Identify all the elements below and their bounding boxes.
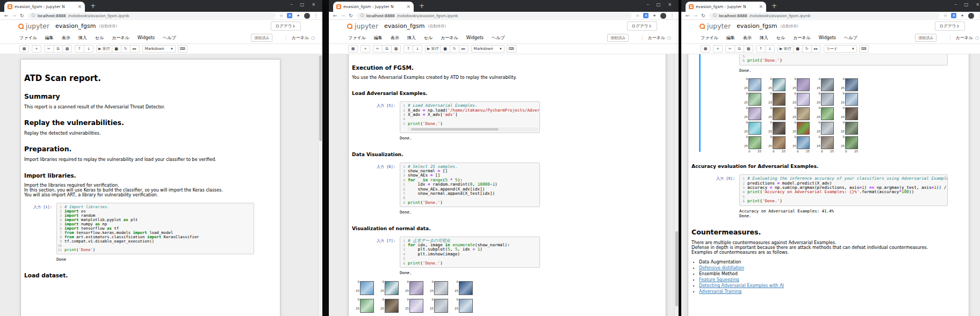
run-button[interactable]: ▶ 実行 — [425, 45, 441, 53]
translate-icon[interactable]: A — [287, 13, 292, 18]
copy-cell-button[interactable]: ⧉ — [53, 45, 63, 53]
jupyter-logo-text[interactable]: jupyter — [26, 23, 49, 30]
jupyter-logo-text[interactable]: jupyter — [355, 23, 378, 30]
menu-item[interactable]: カーネル — [441, 35, 458, 41]
stop-button[interactable]: ■ — [441, 45, 450, 53]
browser-tab[interactable]: evasion_fgsm - Jupyter N × — [4, 2, 85, 12]
menu-item[interactable]: Widgets — [466, 35, 484, 40]
address-bar[interactable]: ⓘ localhost:8888/notebooks/evasion_fgsm.… — [709, 13, 940, 19]
save-button[interactable]: ▦ — [701, 45, 710, 53]
back-icon[interactable]: ← — [333, 13, 337, 18]
celltype-dropdown[interactable]: コード ▾ — [824, 45, 857, 53]
code-editor[interactable]: 1# Select 25 samples.2show_normal = []3s… — [400, 163, 540, 208]
restart-run-all-button[interactable]: ▸▸ — [130, 45, 140, 53]
site-info-icon[interactable]: ⓘ — [361, 13, 364, 18]
copy-cell-button[interactable]: ⧉ — [382, 45, 392, 53]
move-up-button[interactable]: ↑ — [75, 45, 84, 53]
selected-cell[interactable]: 56print('Done.')Done.0250250250250250250… — [691, 54, 965, 153]
cut-cell-button[interactable]: ✂ — [373, 45, 383, 53]
menu-item[interactable]: 編集 — [45, 35, 54, 41]
notebook-title[interactable]: evasion_fgsm — [55, 23, 96, 30]
address-bar[interactable]: ⓘ localhost:8888/notebooks/evasion_fgsm.… — [357, 13, 632, 19]
trusted-badge[interactable]: 信頼済み — [915, 34, 936, 42]
browser-tab[interactable]: evasion_fgsm - Jupyter N × — [686, 2, 766, 12]
menu-item[interactable]: 表示 — [391, 35, 399, 41]
vertical-scrollbar[interactable] — [674, 54, 679, 316]
code-editor[interactable]: 1# Evaluating the inference accuracy of … — [739, 174, 948, 205]
tab-close-icon[interactable]: × — [406, 4, 410, 9]
menu-item[interactable]: ファイル — [701, 35, 718, 41]
logout-button[interactable]: ログアウト — [935, 21, 965, 31]
browser-menu-icon[interactable]: ⋮ — [670, 13, 675, 18]
minimize-icon[interactable]: – — [291, 3, 293, 7]
menu-item[interactable]: 編集 — [726, 35, 735, 41]
logout-button[interactable]: ログアウト — [627, 21, 657, 31]
markdown-link[interactable]: Feature Squeezing — [699, 277, 739, 282]
notebook-scroll-area[interactable]: Execution of FGSM.You use the Adversaria… — [329, 54, 679, 316]
browser-tab[interactable]: evasion_fgsm - Jupyter N × — [333, 2, 414, 12]
restart-kernel-button[interactable]: ↻ — [802, 45, 812, 53]
browser-menu-icon[interactable]: ⋮ — [978, 13, 980, 18]
maximize-icon[interactable]: □ — [300, 3, 305, 7]
copy-cell-button[interactable]: ⧉ — [734, 45, 744, 53]
close-icon[interactable]: × — [312, 3, 315, 7]
minimize-icon[interactable]: – — [955, 3, 957, 7]
add-cell-button[interactable]: + — [32, 45, 41, 53]
menu-item[interactable]: ヘルプ — [492, 35, 505, 41]
trusted-badge[interactable]: 信頼済み — [251, 34, 272, 42]
menu-item[interactable]: 挿入 — [407, 35, 416, 41]
close-icon[interactable]: × — [668, 3, 672, 7]
close-icon[interactable]: × — [976, 3, 979, 7]
celltype-dropdown[interactable]: Markdown ▾ — [142, 45, 176, 53]
stop-button[interactable]: ■ — [112, 45, 121, 53]
back-icon[interactable]: ← — [4, 13, 9, 18]
menu-item[interactable]: Widgets — [138, 35, 155, 40]
maximize-icon[interactable]: □ — [964, 3, 969, 7]
menu-item[interactable]: セル — [95, 35, 104, 41]
back-icon[interactable]: ← — [686, 13, 690, 18]
browser-menu-icon[interactable]: ⋮ — [314, 13, 319, 18]
restart-run-all-button[interactable]: ▸▸ — [811, 45, 821, 53]
restart-run-all-button[interactable]: ▸▸ — [459, 45, 469, 53]
scrollbar-thumb[interactable] — [319, 55, 322, 141]
move-up-button[interactable]: ↑ — [403, 45, 413, 53]
menu-item[interactable]: ヘルプ — [844, 35, 857, 41]
extension-pin-icon[interactable]: ✦ — [296, 13, 300, 18]
run-button[interactable]: ▶ 実行 — [96, 45, 112, 53]
jupyter-logo-icon[interactable] — [347, 24, 352, 29]
jupyter-logo-text[interactable]: jupyter — [707, 23, 731, 30]
menu-item[interactable]: ヘルプ — [163, 35, 176, 41]
tab-close-icon[interactable]: × — [77, 4, 82, 9]
menu-item[interactable]: 表示 — [62, 35, 70, 41]
address-bar[interactable]: ⓘ localhost:8888/notebooks/evasion_fgsm.… — [28, 13, 276, 19]
move-down-button[interactable]: ↓ — [84, 45, 93, 53]
profile-avatar[interactable] — [304, 13, 310, 19]
keyboard-button[interactable]: ⌨ — [859, 45, 869, 53]
extension-pin-icon[interactable]: ✦ — [652, 13, 656, 18]
bookmark-star-icon[interactable]: ☆ — [279, 13, 284, 18]
jupyter-logo-icon[interactable] — [700, 24, 705, 29]
code-editor[interactable]: 1# Load Adversarial Examples.2X_adv = np… — [400, 101, 540, 133]
bookmark-star-icon[interactable]: ☆ — [636, 13, 640, 18]
paste-cell-button[interactable]: ▩ — [391, 45, 401, 53]
menu-item[interactable]: Widgets — [819, 35, 836, 40]
move-up-button[interactable]: ↑ — [756, 45, 766, 53]
site-info-icon[interactable]: ⓘ — [713, 13, 717, 18]
menu-item[interactable]: ファイル — [348, 35, 366, 41]
forward-icon[interactable]: → — [341, 13, 345, 18]
notebook-scroll-area[interactable]: ATD Scan report.SummaryThis report is a … — [0, 54, 322, 316]
profile-avatar[interactable] — [968, 13, 974, 19]
notebook-title[interactable]: evasion_fgsm — [384, 23, 424, 30]
trusted-badge[interactable]: 信頼済み — [607, 34, 629, 42]
keyboard-button[interactable]: ⌨ — [507, 45, 516, 53]
markdown-link[interactable]: Defensive distillation — [699, 266, 744, 270]
scrollbar-thumb[interactable] — [675, 231, 678, 306]
code-editor[interactable]: 1# Import libraries.2import os3import ra… — [56, 203, 254, 254]
menu-item[interactable]: 挿入 — [760, 35, 768, 41]
markdown-link[interactable]: Adversarial Training — [699, 289, 741, 294]
keyboard-button[interactable]: ⌨ — [178, 45, 188, 53]
new-tab-button[interactable]: + — [772, 2, 777, 10]
forward-icon[interactable]: → — [694, 13, 698, 18]
save-button[interactable]: ▦ — [19, 45, 29, 53]
restart-kernel-button[interactable]: ↻ — [450, 45, 459, 53]
